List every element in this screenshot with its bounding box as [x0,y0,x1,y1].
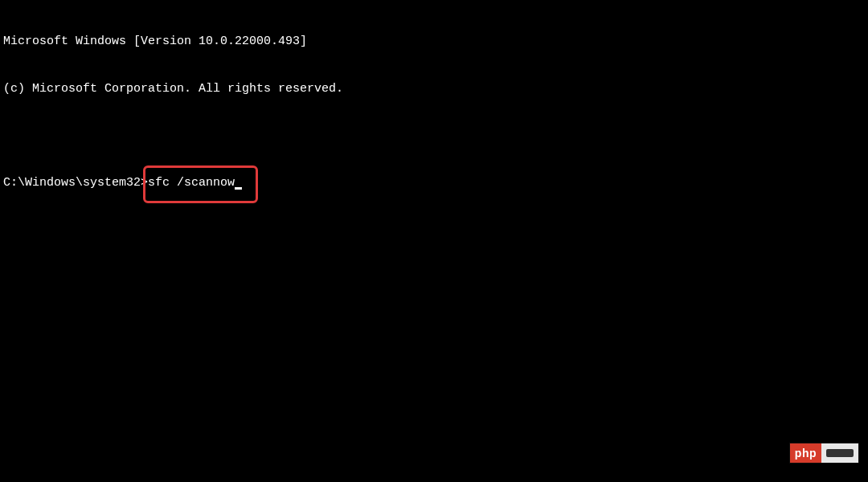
terminal-header-copyright: (c) Microsoft Corporation. All rights re… [3,81,865,97]
watermark-right-segment [821,443,858,463]
terminal-prompt: C:\Windows\system32> [3,175,148,191]
terminal-prompt-line[interactable]: C:\Windows\system32>sfc /scannow [3,175,865,191]
watermark-badge: php [790,443,858,463]
terminal-command-input[interactable]: sfc /scannow [148,176,235,190]
terminal-blank-line [3,128,865,144]
watermark-left-label: php [790,443,821,463]
command-prompt-terminal[interactable]: Microsoft Windows [Version 10.0.22000.49… [0,0,868,209]
terminal-header-version: Microsoft Windows [Version 10.0.22000.49… [3,34,865,50]
cursor-icon [235,187,242,190]
